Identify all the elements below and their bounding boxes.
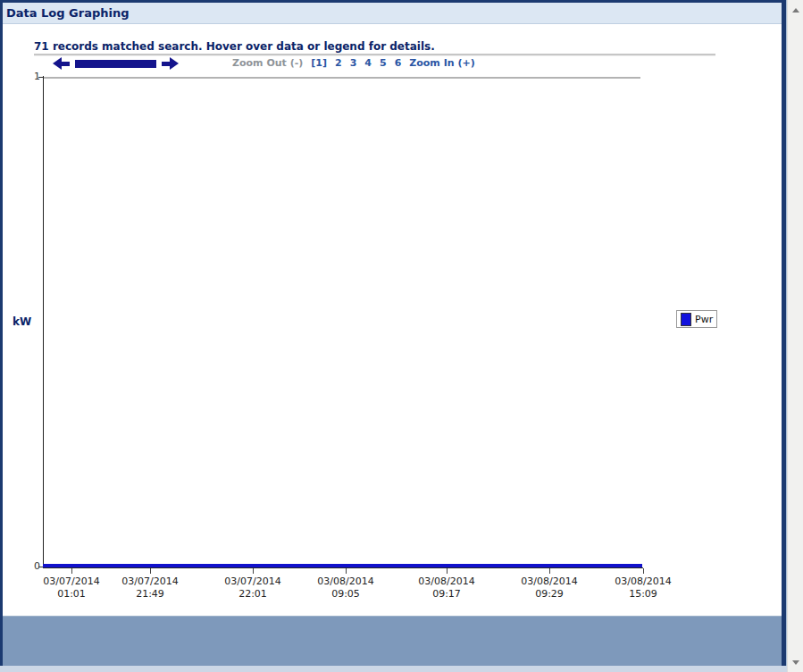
x-tick-date: 03/07/2014	[31, 575, 112, 588]
x-tick-mark	[549, 568, 550, 574]
zoom-controls: Zoom Out (-) [1] 2 3 4 5 6 Zoom In (+)	[232, 57, 475, 69]
x-tick-time: 09:17	[406, 588, 487, 601]
x-tick-date: 03/07/2014	[213, 575, 293, 588]
pan-right-button[interactable]	[162, 57, 179, 70]
pan-position-bar[interactable]	[75, 60, 156, 68]
gridline-top	[43, 77, 640, 79]
legend[interactable]: Pwr	[676, 310, 717, 328]
x-tick-mark	[253, 568, 254, 574]
x-tick-time: 09:29	[509, 588, 590, 601]
zoom-level-4[interactable]: 4	[364, 57, 372, 69]
x-tick-label: 03/08/2014 09:29	[509, 575, 590, 601]
separator-line	[34, 54, 715, 56]
y-axis-line	[43, 76, 44, 568]
x-tick-time: 21:49	[110, 588, 190, 601]
vertical-scrollbar[interactable]	[787, 0, 803, 672]
x-tick-time: 01:01	[31, 588, 112, 601]
zoom-out-link[interactable]: Zoom Out (-)	[232, 57, 303, 69]
x-tick-label: 03/07/2014 01:01	[31, 575, 112, 601]
y-axis-title: kW	[13, 315, 31, 328]
x-tick-label: 03/08/2014 09:05	[305, 575, 386, 601]
x-tick-mark	[71, 568, 72, 574]
scroll-up-button[interactable]	[788, 3, 803, 17]
x-tick-mark	[643, 568, 644, 574]
title-bar: Data Log Graphing	[3, 3, 782, 24]
records-status-text: 71 records matched search. Hover over da…	[34, 40, 435, 53]
x-tick-mark	[346, 568, 347, 574]
scroll-down-button[interactable]	[788, 655, 803, 669]
arrow-left-icon	[53, 57, 62, 70]
footer-bar	[3, 616, 782, 666]
zoom-level-5[interactable]: 5	[380, 57, 387, 69]
x-tick-date: 03/07/2014	[110, 575, 190, 588]
x-tick-date: 03/08/2014	[406, 575, 487, 588]
x-tick-date: 03/08/2014	[603, 575, 683, 588]
x-tick-label: 03/07/2014 22:01	[213, 575, 293, 601]
zoom-level-1[interactable]: [1]	[311, 57, 327, 69]
x-axis-line	[43, 567, 643, 568]
x-tick-mark	[447, 568, 448, 574]
legend-label: Pwr	[695, 314, 713, 325]
x-tick-label: 03/08/2014 15:09	[603, 575, 683, 601]
main-content: 71 records matched search. Hover over da…	[3, 25, 782, 616]
x-tick-time: 09:05	[305, 588, 386, 601]
x-tick-label: 03/07/2014 21:49	[110, 575, 190, 601]
window-border-bottom	[0, 666, 787, 672]
zoom-level-3[interactable]: 3	[350, 57, 357, 69]
zoom-level-2[interactable]: 2	[335, 57, 342, 69]
x-tick-time: 15:09	[603, 588, 683, 601]
zoom-in-link[interactable]: Zoom In (+)	[409, 57, 474, 69]
data-log-graphing-window: Data Log Graphing 71 records matched sea…	[0, 0, 803, 672]
legend-swatch-pwr	[681, 313, 691, 326]
triangle-up-icon	[792, 8, 799, 13]
pan-control	[53, 57, 179, 70]
triangle-down-icon	[792, 660, 799, 665]
pan-left-button[interactable]	[53, 57, 70, 70]
arrow-right-icon	[170, 57, 179, 70]
x-tick-mark	[150, 568, 151, 574]
arrow-right-tail	[162, 62, 170, 66]
x-tick-date: 03/08/2014	[509, 575, 590, 588]
x-tick-date: 03/08/2014	[305, 575, 386, 588]
zoom-level-6[interactable]: 6	[395, 57, 402, 69]
page-title: Data Log Graphing	[3, 3, 782, 23]
x-tick-label: 03/08/2014 09:17	[406, 575, 487, 601]
data-series-line[interactable]	[43, 564, 642, 567]
x-tick-time: 22:01	[213, 588, 293, 601]
arrow-left-tail	[62, 62, 70, 66]
